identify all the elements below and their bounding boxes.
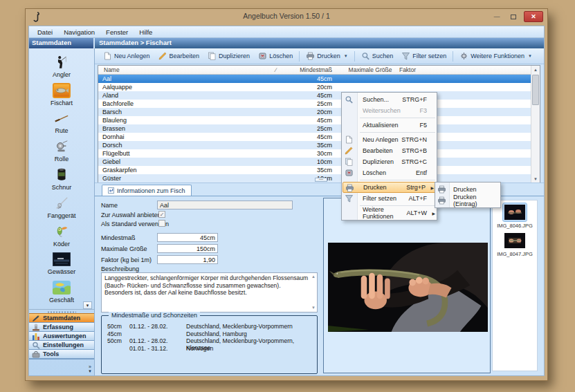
table-row[interactable]: Brassen25cm [98,124,531,133]
menu-item-weitere-funktionen[interactable]: Weitere Funktionen ALT+W ▶ [342,207,437,218]
menu-item-suchen[interactable]: Suchen... STRG+F [342,94,437,105]
thumbnail-filename: IMG_8046.JPG [497,223,533,229]
menu-shortcut: F5 [419,122,434,129]
scroll-up-icon[interactable]: ▲ [531,66,540,73]
toolbar-separator [299,51,300,62]
table-row[interactable]: Graskarpfen35cm [98,166,531,174]
splitter-collapse-button[interactable]: — [315,178,327,182]
titlebar[interactable]: Angelbuch Version 1.50 / 1 — ✕ [26,9,547,26]
menu-item-label: Filter setzen [363,195,396,202]
max-input[interactable]: 150cm [157,244,218,253]
fish-photo[interactable] [328,243,486,332]
menu-hilfe[interactable]: Hilfe [134,27,158,37]
table-row[interactable]: Dorsch35cm [98,141,531,149]
menu-item-filter-setzen[interactable]: Filter setzen ALT+F [342,193,437,204]
scroll-down-icon[interactable]: ▼ [311,306,316,311]
name-label: Name [101,202,118,209]
maximize-button[interactable] [507,12,520,21]
nav-tools[interactable]: Tools [29,349,94,359]
close-button[interactable]: ✕ [524,11,543,22]
more-functions-button[interactable]: Weitere Funktionen ▼ [455,50,536,62]
fish-photo-icon [52,82,71,99]
nav-stammdaten[interactable]: Stammdaten [29,313,94,323]
delete-button[interactable]: Löschen [254,50,297,62]
scroll-down-icon[interactable]: ▼ [531,175,540,183]
menu-item-weitersuchen[interactable]: Weitersuchen F3 [342,105,437,116]
cell-name: Aland [98,92,274,99]
toolbar-separator [354,51,355,62]
sidebar-item-rolle[interactable]: Rolle [52,138,71,162]
menu-shortcut: STRG+N [401,136,434,143]
menu-fenster[interactable]: Fenster [100,27,134,37]
sidebar-item-fischart[interactable]: Fischart [51,82,73,106]
edit-button[interactable]: Bearbeiten [154,50,204,62]
scroll-up-icon[interactable]: ▲ [311,274,316,280]
menu-item-neu-anlegen[interactable]: Neu Anlegen STRG+N [342,134,437,145]
filter-funnel-icon [345,194,354,203]
duplicate-button[interactable]: Duplizieren [203,50,254,62]
offer-checkbox[interactable]: ✓ [158,211,165,218]
header-row: Stammdaten Stammdaten > Fischart [29,38,544,48]
menu-datei[interactable]: Datei [32,27,58,37]
season-region: Deutschland, Mecklenburg-Vorpommern, Kle… [186,337,314,345]
table-header[interactable]: Name ∕ Mindestmaß Maximale Größe Faktor [98,66,531,75]
filter-button[interactable]: Filter setzen [397,50,450,62]
new-button[interactable]: Neu Anlegen [99,50,154,62]
column-mindestmass[interactable]: Mindestmaß [278,66,332,73]
menu-item-drucken[interactable]: Drucken Strg+P ▶ [343,182,436,193]
menu-navigation[interactable]: Navigation [58,27,100,37]
sidebar-item-angler[interactable]: Angler [52,54,71,78]
sidebar-item-schnur[interactable]: Schnur [52,167,72,191]
scrollbar-thumb[interactable] [532,75,539,105]
menu-item-loeschen[interactable]: Löschen Entf [342,167,437,178]
menu-item-aktualisieren[interactable]: Aktualisieren F5 [342,120,437,131]
cell-mindestmass: 35cm [274,167,332,174]
nav-auswertungen[interactable]: Auswertungen [29,331,94,341]
min-input[interactable]: 45cm [157,233,218,242]
table-row[interactable]: Flügelbutt30cm [98,149,531,158]
column-faktor[interactable]: Faktor [387,66,428,73]
table-row[interactable]: Giebel10cm [98,158,531,166]
table-row[interactable]: Barsch20cm [98,108,531,116]
thumbnail-item[interactable]: IMG_8047.JPG [497,232,533,257]
cell-name: Flügelbutt [98,150,274,157]
sidebar-overflow-button[interactable]: ▼ [83,301,92,309]
bait-icon [52,223,71,240]
minimize-button[interactable]: — [491,12,503,21]
name-input[interactable]: Aal [157,200,293,209]
column-name[interactable]: Name [104,66,120,73]
tab-informationen[interactable]: Informationen zum Fisch [102,185,192,196]
menu-shortcut: Entf [416,169,434,176]
submenu-item-drucken-eintrag[interactable]: Drucken (Eintrag) [435,195,500,206]
menu-item-label: Weitersuchen [363,107,401,114]
menu-item-bearbeiten[interactable]: Bearbeiten STRG+B [342,145,437,156]
table-row[interactable]: Aal45cm [98,75,531,83]
table-row[interactable]: Aland45cm [98,91,531,100]
search-button[interactable]: Suchen [357,50,398,62]
table-row[interactable]: Bachforelle25cm [98,100,531,108]
cell-mindestmass: 45cm [274,92,332,99]
table-row[interactable]: Blauleng45cm [98,116,531,124]
cell-mindestmass: 20cm [274,109,332,115]
factor-input[interactable]: 1,90 [157,255,218,264]
sidebar-item-fanggeraet[interactable]: Fanggerät [47,195,75,219]
description-textarea[interactable]: Langgestreckter, schlangenförmiger Körpe… [101,272,318,312]
button-label: Neu Anlegen [114,53,150,59]
table-row[interactable]: Aalquappe20cm [98,83,531,91]
sidebar-item-koeder[interactable]: Köder [52,223,71,248]
sidebar-item-geschaeft[interactable]: Geschäft [49,279,74,304]
cell-name: Dorsch [98,142,274,149]
standard-checkbox[interactable] [158,220,165,227]
print-button[interactable]: Drucken ▼ [302,50,352,62]
nav-einstellungen[interactable]: Einstellungen [29,340,94,350]
nav-erfassung[interactable]: Erfassung [29,322,94,332]
sidebar-item-gewaesser[interactable]: Gewässer [48,251,76,275]
sidebar-item-rute[interactable]: Rute [52,110,71,134]
thumbnail-item[interactable]: IMG_8046.JPG [497,203,533,229]
menu-shortcut: STRG+F [402,96,434,103]
menu-item-duplizieren[interactable]: Duplizieren STRG+C [342,156,437,167]
sidebar-more-buttons[interactable]: »▾ [89,365,91,373]
table-scrollbar[interactable]: ▲ ▼ [531,66,540,183]
sidebar-item-label: Fischart [51,100,73,106]
table-row[interactable]: Dornhai45cm [98,133,531,141]
